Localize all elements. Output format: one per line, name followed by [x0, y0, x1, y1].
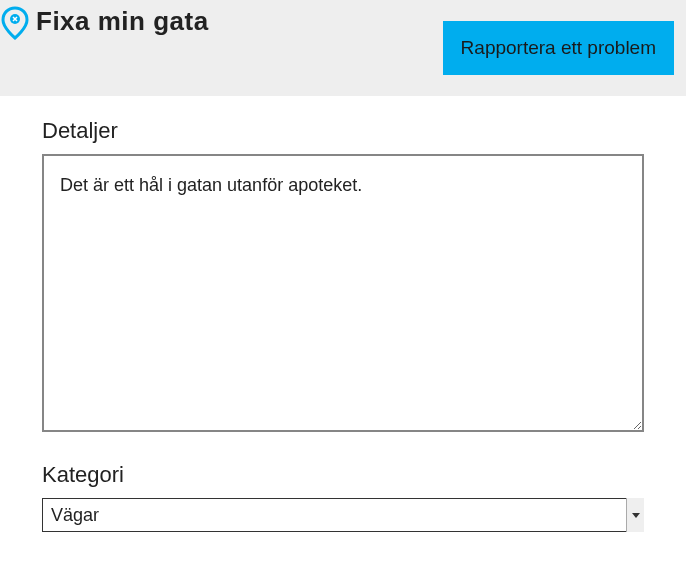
logo-text: Fixa min gata [36, 6, 209, 37]
details-label: Detaljer [42, 118, 644, 144]
report-problem-button[interactable]: Rapportera ett problem [443, 21, 674, 75]
details-input[interactable] [42, 154, 644, 432]
form-content: Detaljer Kategori Vägar [0, 96, 686, 552]
map-pin-icon [0, 6, 30, 40]
category-select-wrap: Vägar [42, 498, 644, 532]
logo[interactable]: Fixa min gata [0, 6, 209, 40]
header: Fixa min gata Rapportera ett problem [0, 0, 686, 96]
category-section: Kategori Vägar [42, 462, 644, 532]
category-select[interactable]: Vägar [42, 498, 644, 532]
category-label: Kategori [42, 462, 644, 488]
